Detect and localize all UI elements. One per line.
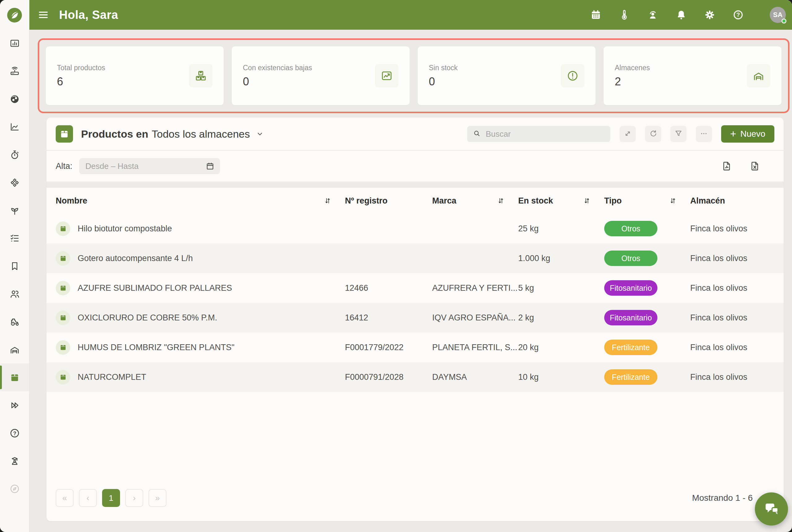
alta-label: Alta: xyxy=(56,162,72,171)
parcels-icon xyxy=(9,177,20,188)
refresh-button[interactable] xyxy=(645,126,661,142)
refresh-icon xyxy=(649,129,657,139)
dashboard-icon xyxy=(9,38,20,49)
table-row[interactable]: OXICLORURO DE COBRE 50% P.M. 16412 IQV A… xyxy=(46,303,784,332)
sidebar-item-fields[interactable] xyxy=(0,85,29,113)
sidebar-item-saved[interactable] xyxy=(0,252,29,280)
products-title-scope: Todos los almacenes xyxy=(152,128,250,140)
support-icon[interactable] xyxy=(647,9,658,20)
stat-label: Total productos xyxy=(57,64,105,72)
sort-icon[interactable] xyxy=(323,196,332,205)
fields-icon xyxy=(9,94,20,104)
calendar-icon[interactable] xyxy=(590,9,601,20)
expand-button[interactable] xyxy=(620,126,636,142)
date-range-input[interactable] xyxy=(85,161,206,171)
chat-button[interactable] xyxy=(755,492,788,526)
filter-button[interactable] xyxy=(671,126,686,142)
last-page-button[interactable]: » xyxy=(149,489,167,507)
export-pdf-icon[interactable] xyxy=(721,160,732,172)
sort-icon[interactable] xyxy=(583,196,591,205)
export-excel-icon[interactable] xyxy=(749,160,760,172)
brand-leaf-logo-icon[interactable] xyxy=(6,7,23,23)
menu-icon[interactable] xyxy=(37,9,49,21)
table-row[interactable]: AZUFRE SUBLIMADO FLOR PALLARES 12466 AZU… xyxy=(46,273,784,303)
sidebar-item-products[interactable] xyxy=(0,363,29,391)
thermometer-icon[interactable] xyxy=(619,9,630,20)
page-greeting: Hola, Sara xyxy=(59,8,118,22)
sidebar-item-shortcuts[interactable] xyxy=(0,391,29,419)
stat-label: Sin stock xyxy=(429,64,457,72)
products-title-bold: Productos en xyxy=(81,128,148,140)
sidebar-item-contacts[interactable] xyxy=(0,280,29,308)
tipo-cell: Fertilizante xyxy=(604,340,690,355)
expand-icon xyxy=(623,129,632,139)
products-panel: Productos en Todos los almacenes xyxy=(46,117,784,521)
almacen-cell: Finca los olivos xyxy=(690,224,784,233)
table-row[interactable]: Gotero autocompensante 4 L/h 1.000 kg Ot… xyxy=(46,243,784,273)
avatar[interactable]: SA xyxy=(770,7,786,23)
sidebar-item-warehouses[interactable] xyxy=(0,336,29,363)
sidebar-item-academy[interactable] xyxy=(0,447,29,475)
page-button-1[interactable]: 1 xyxy=(102,489,120,507)
sidebar-item-crops[interactable] xyxy=(0,196,29,224)
sidebar-item-sensors[interactable] xyxy=(0,57,29,85)
sidebar-item-analytics[interactable] xyxy=(0,113,29,141)
table-scrollbar[interactable] xyxy=(46,182,784,188)
column-header-nombre[interactable]: Nombre xyxy=(56,196,345,206)
table-toolbar: + Nuevo xyxy=(467,125,774,142)
tipo-cell: Otros xyxy=(604,221,690,236)
chevron-down-icon xyxy=(256,130,264,138)
marca-cell: IQV AGRO ESPAÑA... xyxy=(432,313,518,323)
table-row[interactable]: Hilo biotutor compostable 25 kg Otros Fi… xyxy=(46,214,784,243)
product-box-icon xyxy=(56,370,70,384)
gear-icon[interactable] xyxy=(704,9,715,20)
help-circle-icon: ? xyxy=(9,428,20,439)
registro-cell: 16412 xyxy=(345,313,432,323)
tipo-cell: Fitosanitario xyxy=(604,280,690,296)
products-panel-header: Productos en Todos los almacenes xyxy=(46,117,784,151)
registro-cell: F0000791/2028 xyxy=(345,373,432,382)
top-bar: Hola, Sara ? SA xyxy=(30,0,792,30)
column-header-tipo[interactable]: Tipo xyxy=(604,196,690,206)
analytics-icon xyxy=(9,121,20,132)
sidebar-item-dashboard[interactable] xyxy=(0,30,29,57)
table-row[interactable]: NATURCOMPLET F0000791/2028 DAYMSA 10 kg … xyxy=(46,362,784,392)
table-row[interactable]: HUMUS DE LOMBRIZ "GREEN PLANTS" F0001779… xyxy=(46,332,784,362)
sidebar-item-tasks[interactable] xyxy=(0,224,29,252)
stat-value: 2 xyxy=(615,75,650,88)
new-product-button[interactable]: + Nuevo xyxy=(721,125,774,142)
sidebar-item-machinery[interactable] xyxy=(0,308,29,336)
online-status-dot xyxy=(781,19,787,23)
trend-icon xyxy=(375,64,398,88)
stock-cell: 25 kg xyxy=(518,224,604,233)
product-box-icon xyxy=(56,340,70,355)
marca-cell: AZUFRERA Y FERTI... xyxy=(432,283,518,293)
column-header-marca[interactable]: Marca xyxy=(432,196,518,206)
calendar-icon[interactable] xyxy=(206,162,214,170)
products-title-dropdown[interactable]: Productos en Todos los almacenes xyxy=(81,128,264,140)
sidebar-item-explore[interactable] xyxy=(0,475,29,502)
sidebar-item-activities[interactable] xyxy=(0,141,29,169)
academy-icon xyxy=(9,456,20,467)
avatar-initials: SA xyxy=(773,11,783,19)
prev-page-button[interactable]: ‹ xyxy=(79,489,97,507)
sidebar-item-parcels[interactable] xyxy=(0,169,29,196)
sort-icon[interactable] xyxy=(668,196,677,205)
bell-icon[interactable] xyxy=(676,9,687,20)
sidebar-nav: ? xyxy=(0,30,29,502)
first-page-button[interactable]: « xyxy=(56,489,74,507)
registro-cell: 12466 xyxy=(345,283,432,293)
type-badge: Fertilizante xyxy=(604,369,657,385)
marca-cell: PLANETA FERTIL, S... xyxy=(432,343,518,352)
product-name-cell: Gotero autocompensante 4 L/h xyxy=(56,251,345,266)
svg-text:?: ? xyxy=(13,430,16,436)
stock-cell: 1.000 kg xyxy=(518,254,604,263)
sidebar-item-help[interactable]: ? xyxy=(0,419,29,447)
help-icon[interactable]: ? xyxy=(733,9,744,20)
next-page-button[interactable]: › xyxy=(125,489,143,507)
more-button[interactable] xyxy=(696,126,712,142)
boxes-icon xyxy=(189,64,212,88)
column-header-en-stock[interactable]: En stock xyxy=(518,196,604,206)
sort-icon[interactable] xyxy=(496,196,505,205)
search-input[interactable] xyxy=(485,129,605,139)
